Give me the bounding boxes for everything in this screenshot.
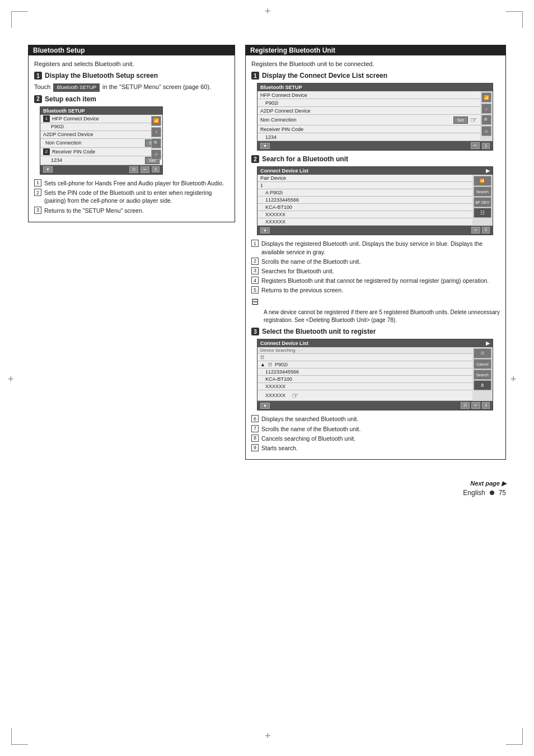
notice-text: A new device cannot be registered if the… — [264, 309, 500, 324]
screen-row-2: P902i — [40, 123, 162, 131]
r-note-3: 3 Searches for Bluetooth unit. — [251, 267, 500, 275]
r-s1-row1: HFP Connect Device — [257, 91, 480, 99]
r-s2-icon1[interactable]: 📶 — [474, 176, 491, 186]
search-icon[interactable]: 🔍 — [151, 138, 161, 148]
hand-cursor-icon2: ☞ — [292, 391, 299, 400]
left-column: Bluetooth Setup Registers and selects Bl… — [28, 45, 235, 469]
registering-bt-intro: Registers the Bluetooth unit to be conne… — [251, 60, 500, 68]
r-s1-row3: A2DP Connect Device — [257, 107, 480, 115]
r-screen2-footer: ▼ ↩ 3 — [257, 226, 493, 235]
r-s3-icon1[interactable]: ☷ — [474, 348, 491, 358]
r-note-1: 1 Displays the registered Bluetooth unit… — [251, 240, 500, 255]
next-page-label: Next page ▶ — [470, 480, 506, 487]
bluetooth-setup-intro: Registers and selects Bluetooth unit. — [34, 60, 229, 68]
r-s3-row5: XXXXXX ☞ — [257, 390, 472, 401]
r-cancel-btn[interactable]: Cancel — [474, 359, 491, 369]
bluetooth-setup-button[interactable]: Bluetooth SETUP — [53, 83, 100, 92]
r-bt-icon[interactable]: 📶 — [481, 92, 491, 102]
r-screen1-footer: ▼ ↩ 3 — [257, 141, 493, 150]
screen-row-6: 1234 Set — [40, 156, 162, 165]
language-label: English — [463, 489, 485, 497]
r-note-4: 4 Registers Bluetooth unit that cannot b… — [251, 277, 500, 284]
r-music-icon[interactable]: ♪ — [481, 104, 491, 114]
content-area: Bluetooth Setup Registers and selects Bl… — [28, 45, 506, 469]
r-step2-heading: 2 Search for a Bluetooth unit — [251, 155, 500, 163]
page-number: 75 — [499, 489, 506, 497]
r-s2-row6: XXXXXX — [257, 218, 472, 226]
r-screen3: Connect Device List ▶ Device Searching ·… — [257, 339, 493, 410]
step1-intro-text: Touch — [34, 83, 50, 90]
step1-heading: 1 Display the Bluetooth Setup screen — [34, 72, 229, 80]
step1-intro: Touch Bluetooth SETUP in the "SETUP Menu… — [34, 83, 229, 92]
screen-row-3: A2DP Connect Device — [40, 131, 162, 139]
screen-row-1: 1 HFP Connect Device — [40, 115, 162, 123]
footer-3-btn[interactable]: 3 — [152, 166, 160, 172]
r-s3-row0: ☷ — [257, 354, 472, 361]
bluetooth-setup-title: Bluetooth Setup — [29, 45, 235, 55]
note-item-2: 2 Sets the PIN code of the Bluetooth uni… — [34, 189, 229, 204]
hand-cursor-icon: ☞ — [470, 115, 477, 124]
r-s3-row3: KCA-BT100 — [257, 376, 472, 383]
footer-back-btn[interactable]: ↩ — [140, 166, 149, 173]
registering-bt-section: Registering Bluetooth Unit Registers the… — [245, 45, 506, 460]
searching-label: Device Searching · · · — [257, 347, 472, 354]
r-s2-row1: 1 — [257, 182, 472, 189]
r-note-5: 5 Returns to the previous screen. — [251, 286, 500, 294]
step1-number: 1 — [34, 72, 42, 80]
r-note-9: 9 Starts search. — [251, 444, 500, 452]
note-item-3: 3 Returns to the "SETUP Menu" screen. — [34, 207, 229, 214]
r-note-2: 2 Scrolls the name of the Bluetooth unit… — [251, 258, 500, 265]
screen-icons: 📶 ♪ 🔍 ☺ — [151, 116, 161, 160]
r-grid-icon[interactable]: ☷ — [474, 208, 491, 218]
step2-heading: 2 Setup each item — [34, 95, 229, 103]
music-icon[interactable]: ♪ — [151, 127, 161, 137]
r-s2-row4: KCA-BT100 — [257, 204, 472, 211]
r-note-7: 7 Scrolls the name of the Bluetooth unit… — [251, 425, 500, 433]
r-s3-row1: ▲ ☷ P902i — [257, 361, 472, 368]
step1-title: Display the Bluetooth Setup screen — [45, 72, 158, 80]
r-num-icon[interactable]: 8 — [474, 380, 491, 390]
r-set-btn[interactable]: Set — [453, 116, 468, 124]
r-s3-grid-btn[interactable]: ☷ — [461, 402, 470, 409]
step2-title: Setup each item — [45, 95, 96, 103]
footer: Next page ▶ English 75 — [28, 480, 506, 497]
r-s3-back-btn[interactable]: ↩ — [471, 402, 480, 409]
footer-grid-btn[interactable]: ☷ — [129, 166, 138, 173]
r-s3-3-btn[interactable]: 3 — [482, 402, 490, 409]
step2-notes: 1 Sets cell-phone for Hands Free and Aud… — [34, 179, 229, 214]
r-search-icon[interactable]: 🔍 — [481, 115, 491, 125]
r-s1-row2: P902i — [257, 99, 480, 107]
r-step1-title: Display the Connect Device List screen — [262, 72, 387, 80]
bt-icon[interactable]: 📶 — [151, 116, 161, 126]
r-search-btn2[interactable]: Search — [474, 370, 491, 380]
r-screen3-title: Connect Device List ▶ — [257, 339, 493, 347]
r-s2-row5: XXXXXX — [257, 211, 472, 218]
footer-down-btn[interactable]: ▼ — [43, 166, 53, 172]
notice-icon: ⊟ — [251, 297, 259, 306]
step2-number: 2 — [34, 95, 42, 103]
r-s1-row5: Receiver PIN Code — [257, 125, 480, 133]
r-s3-row4: XXXXXX — [257, 383, 472, 390]
r-s2-back-btn[interactable]: ↩ — [471, 227, 480, 234]
r-search-btn[interactable]: Search — [474, 186, 491, 197]
r-face-icon[interactable]: ☺ — [481, 126, 491, 136]
r-footer-down[interactable]: ▼ — [260, 143, 270, 149]
r-step1-number: 1 — [251, 72, 259, 80]
r-screen2: Connect Device List ▶ Pair Device 1 — [257, 166, 493, 235]
r-screen1: Bluetooth SETUP HFP Connect Device P902i… — [257, 83, 493, 151]
r-s2-down-btn[interactable]: ▼ — [260, 227, 270, 234]
r-footer-3[interactable]: 3 — [482, 143, 490, 149]
r-s2-row2: A P902i — [257, 189, 472, 197]
r-screen2-title: Connect Device List ▶ — [257, 167, 493, 175]
step1-intro-text2: in the "SETUP Menu" screen (page 60). — [102, 83, 211, 90]
r-footer-back[interactable]: ↩ — [471, 142, 480, 149]
face-icon[interactable]: ☺ — [151, 150, 161, 160]
r-step3-title: Select the Bluetooth unit to register — [262, 328, 376, 335]
r-bfdev-btn[interactable]: BF DEV — [474, 197, 491, 207]
screen-row-4: Non Connection Set — [40, 139, 162, 148]
r-s2-3-btn[interactable]: 3 — [482, 227, 490, 234]
bullet-dot — [490, 491, 494, 495]
r-note-8: 8 Cancels searching of Bluetooth unit. — [251, 435, 500, 442]
r-s3-down-btn[interactable]: ▼ — [260, 403, 270, 409]
bluetooth-setup-screen: Bluetooth SETUP 1 HFP Connect Device P90… — [40, 106, 163, 175]
